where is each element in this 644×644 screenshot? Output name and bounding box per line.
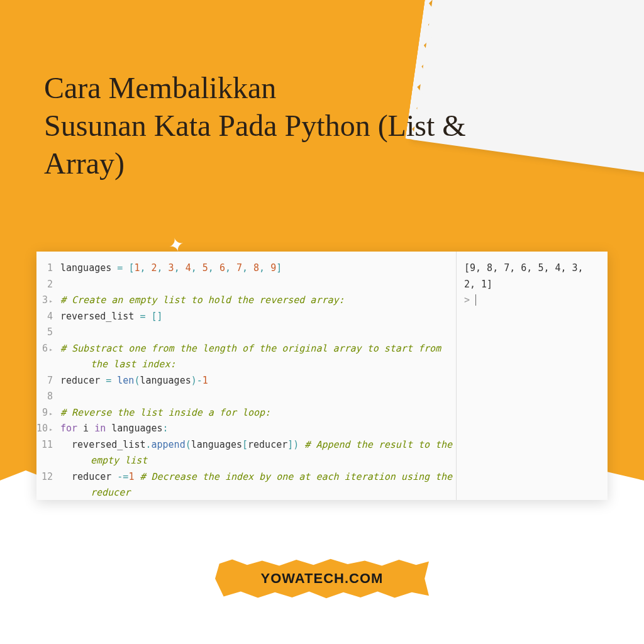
page-title: Cara MembalikkanSusunan Kata Pada Python… [44,69,497,182]
code-line: # Reverse the list inside a for loop: [60,405,456,421]
line-number: 10 [36,421,53,437]
output-result: [9, 8, 7, 6, 5, 4, 3, 2, 1] [464,260,600,292]
line-number: 9 [36,405,53,421]
code-line [60,325,456,341]
code-line: reducer -=1 # Decrease the index by one … [60,469,456,486]
code-line [60,277,456,293]
line-number: 2 [36,277,53,293]
code-line: for i in languages: [60,421,456,437]
line-number: 11 [36,437,53,453]
line-gutter: 123456 7891011 12 1314 [36,260,58,500]
code-line: languages = [1, 2, 3, 4, 5, 6, 7, 8, 9] [60,260,456,277]
line-number: 12 [36,469,53,486]
code-line: # Create an empty list to hold the rever… [60,292,456,309]
line-number: 7 [36,373,53,389]
line-number: 8 [36,389,53,405]
output-pane: [9, 8, 7, 6, 5, 4, 3, 2, 1] > [457,252,608,500]
line-number: 4 [36,309,53,325]
code-line [60,389,456,405]
code-line: # Substract one from the length of the o… [60,341,456,357]
brand-text: YOWATECH.COM [261,570,384,587]
code-line: reversed_list.append(languages[reducer])… [60,437,456,453]
code-editor[interactable]: 123456 7891011 12 1314 languages = [1, 2… [36,252,457,500]
output-prompt[interactable]: > [464,292,600,309]
line-number: 5 [36,325,53,341]
code-line: reversed_list = [] [60,309,456,325]
code-content: languages = [1, 2, 3, 4, 5, 6, 7, 8, 9]#… [58,260,456,500]
line-number: 3 [36,292,53,309]
code-panel: 123456 7891011 12 1314 languages = [1, 2… [36,252,608,500]
line-number: 1 [36,260,53,277]
line-number: 6 [36,341,53,357]
code-line: reducer = len(languages)-1 [60,373,456,389]
